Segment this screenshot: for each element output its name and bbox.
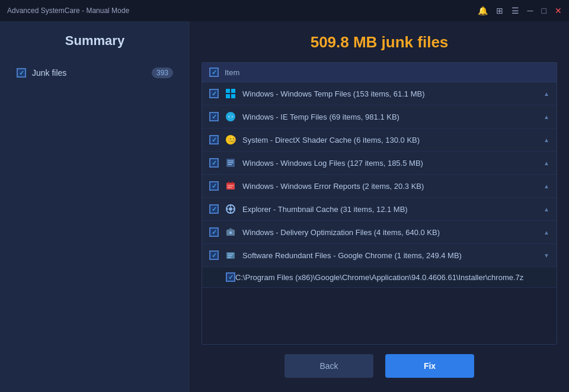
bottom-bar: Back Fix xyxy=(202,345,557,383)
close-icon[interactable]: ✕ xyxy=(555,6,562,15)
row-checkbox-3[interactable] xyxy=(209,158,219,168)
junk-files-checkbox[interactable] xyxy=(17,68,26,78)
svg-rect-16 xyxy=(228,187,232,188)
row-icon-0 xyxy=(225,88,236,99)
row-icon-6 xyxy=(225,226,236,238)
table-row[interactable]: Windows - Windows Log Files (127 items, … xyxy=(202,152,557,175)
table-row[interactable]: Windows - IE Temp Files (69 items, 981.1… xyxy=(202,105,557,128)
row-expand-1[interactable]: ▲ xyxy=(544,114,549,120)
bell-icon[interactable]: 🔔 xyxy=(478,6,488,15)
row-label-0: Windows - Windows Temp Files (153 items,… xyxy=(242,89,544,98)
table-header-label: Item xyxy=(225,68,239,77)
row-icon-1 xyxy=(225,111,236,123)
row-checkbox-6[interactable] xyxy=(209,227,219,237)
row-expand-3[interactable]: ▲ xyxy=(544,160,549,166)
row-expand-5[interactable]: ▲ xyxy=(544,206,549,213)
sub-row-checkbox-0[interactable] xyxy=(226,272,235,282)
row-icon-7 xyxy=(225,249,236,261)
row-label-5: Explorer - Thumbnail Cache (31 items, 12… xyxy=(242,205,544,214)
titlebar: Advanced SystemCare - Manual Mode 🔔 ⊞ ☰ … xyxy=(0,0,569,21)
svg-rect-1 xyxy=(231,89,235,93)
sidebar: Summary Junk files 393 xyxy=(0,21,190,392)
junk-files-table: Item Windows - Windows Temp Files (153 i… xyxy=(202,62,557,345)
table-row[interactable]: 😊 System - DirectX Shader Cache (6 items… xyxy=(202,128,557,152)
row-checkbox-4[interactable] xyxy=(209,181,219,191)
svg-rect-14 xyxy=(231,182,234,184)
sidebar-badge: 393 xyxy=(152,68,173,78)
row-expand-2[interactable]: ▲ xyxy=(544,137,549,143)
row-expand-6[interactable]: ▲ xyxy=(544,229,549,236)
sub-row-label-0: C:\Program Files (x86)\Google\Chrome\App… xyxy=(235,273,549,282)
svg-rect-25 xyxy=(229,232,232,234)
row-label-2: System - DirectX Shader Cache (6 items, … xyxy=(242,136,544,144)
table-row[interactable]: Windows - Windows Temp Files (153 items,… xyxy=(202,82,557,105)
minimize-icon[interactable]: ─ xyxy=(528,6,533,15)
svg-rect-15 xyxy=(228,185,234,186)
content-area: 509.8 MB junk files Item Windows - Windo… xyxy=(190,21,569,392)
row-icon-2: 😊 xyxy=(225,134,236,146)
titlebar-title: Advanced SystemCare - Manual Mode xyxy=(7,7,129,15)
svg-text:😊: 😊 xyxy=(228,135,236,144)
fix-button[interactable]: Fix xyxy=(385,354,474,378)
maximize-icon[interactable]: □ xyxy=(542,6,546,15)
svg-rect-27 xyxy=(228,253,234,255)
svg-rect-0 xyxy=(226,89,230,93)
row-label-7: Software Redundant Files - Google Chrome… xyxy=(242,251,544,260)
svg-rect-28 xyxy=(228,255,232,256)
svg-rect-10 xyxy=(228,162,234,163)
row-expand-7[interactable]: ▼ xyxy=(544,252,549,259)
row-icon-4 xyxy=(225,180,236,192)
header-checkbox[interactable] xyxy=(209,68,219,77)
row-icon-3 xyxy=(225,157,236,169)
row-checkbox-5[interactable] xyxy=(209,204,219,214)
row-expand-0[interactable]: ▲ xyxy=(544,91,549,97)
table-body: Windows - Windows Temp Files (153 items,… xyxy=(202,82,557,288)
svg-rect-9 xyxy=(228,160,234,162)
row-checkbox-0[interactable] xyxy=(209,89,219,98)
table-row[interactable]: Explorer - Thumbnail Cache (31 items, 12… xyxy=(202,198,557,221)
row-checkbox-1[interactable] xyxy=(209,112,219,121)
svg-rect-29 xyxy=(228,257,231,258)
row-checkbox-7[interactable] xyxy=(209,250,219,260)
content-title: 509.8 MB junk files xyxy=(202,33,557,52)
svg-point-5 xyxy=(229,115,232,118)
row-checkbox-2[interactable] xyxy=(209,135,219,144)
svg-marker-24 xyxy=(228,228,234,230)
row-label-6: Windows - Delivery Optimization Files (4… xyxy=(242,228,544,237)
titlebar-controls: 🔔 ⊞ ☰ ─ □ ✕ xyxy=(478,6,562,15)
menu-icon[interactable]: ☰ xyxy=(512,6,519,15)
sidebar-item-junk-files[interactable]: Junk files 393 xyxy=(9,63,180,83)
sidebar-item-label: Junk files xyxy=(32,68,152,78)
row-label-1: Windows - IE Temp Files (69 items, 981.1… xyxy=(242,113,544,121)
row-label-3: Windows - Windows Log Files (127 items, … xyxy=(242,159,544,168)
table-row[interactable]: Windows - Windows Error Reports (2 items… xyxy=(202,175,557,198)
row-label-4: Windows - Windows Error Reports (2 items… xyxy=(242,182,544,191)
svg-rect-3 xyxy=(231,94,235,98)
svg-rect-13 xyxy=(228,182,230,184)
table-row[interactable]: Software Redundant Files - Google Chrome… xyxy=(202,244,557,267)
table-sub-row[interactable]: C:\Program Files (x86)\Google\Chrome\App… xyxy=(202,267,557,288)
main-layout: Summary Junk files 393 509.8 MB junk fil… xyxy=(0,21,569,392)
svg-point-18 xyxy=(229,207,232,211)
row-icon-5 xyxy=(225,203,236,215)
svg-rect-2 xyxy=(226,94,230,98)
svg-rect-11 xyxy=(228,164,232,165)
table-row[interactable]: Windows - Delivery Optimization Files (4… xyxy=(202,221,557,244)
back-button[interactable]: Back xyxy=(284,354,373,378)
sidebar-title: Summary xyxy=(9,33,180,49)
grid-icon[interactable]: ⊞ xyxy=(496,6,503,15)
table-header: Item xyxy=(202,63,557,82)
row-expand-4[interactable]: ▲ xyxy=(544,183,549,189)
svg-rect-12 xyxy=(226,183,235,189)
